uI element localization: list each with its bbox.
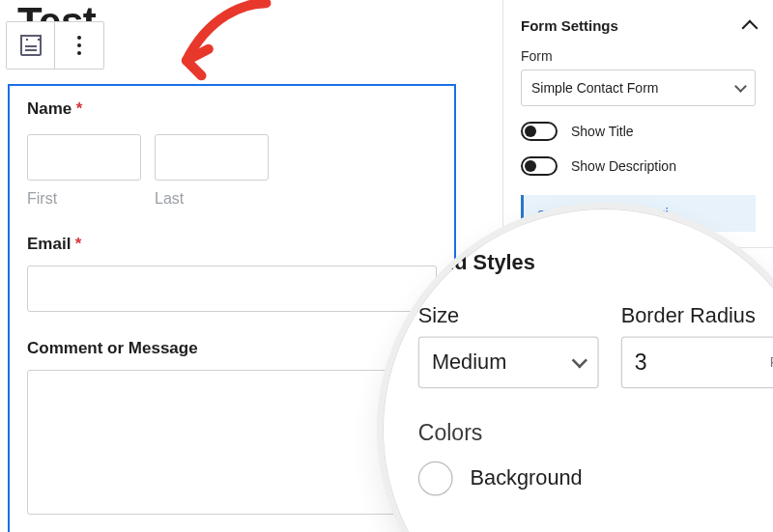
show-description-row: Show Description [521,156,756,176]
background-color-row[interactable]: Background [418,462,773,496]
background-color-label: Background [471,466,583,491]
show-title-toggle[interactable] [521,122,558,141]
size-select-value: Medium [432,350,506,375]
viewport: Test Name * First [0,0,773,532]
field-styles-header[interactable]: Field Styles [418,238,773,290]
show-description-label: Show Description [571,158,676,174]
last-name-input[interactable] [155,134,269,181]
form-settings-header[interactable]: Form Settings [521,8,756,42]
size-select[interactable]: Medium [418,336,599,388]
size-field: Size Medium [418,296,599,388]
email-field: Email * [27,235,437,312]
form-label: Form [521,48,756,64]
form-settings-title: Form Settings [521,17,618,34]
required-marker: * [76,99,83,118]
block-type-button[interactable] [7,22,55,69]
background-color-swatch[interactable] [418,462,453,496]
form-select-value: Simple Contact Form [531,80,658,96]
last-name-cell: Last [155,134,269,208]
email-label: Email [27,235,71,253]
name-field: Name * First Last [27,99,437,208]
form-select[interactable]: Simple Contact Form [521,70,756,106]
border-radius-label: Border Radius [621,304,773,329]
comment-input[interactable] [27,370,437,515]
email-input[interactable] [27,266,437,312]
border-radius-input[interactable]: 3 PX [621,336,773,388]
show-title-label: Show Title [571,124,634,139]
more-vertical-icon [77,43,81,47]
comment-label: Comment or Message [27,339,198,357]
show-title-row: Show Title [521,122,756,141]
first-name-cell: First [27,134,141,208]
block-toolbar [6,21,104,70]
comment-field: Comment or Message [27,339,437,515]
border-radius-field: Border Radius 3 PX [621,296,773,388]
block-more-button[interactable] [55,22,103,69]
border-radius-value: 3 [635,350,647,376]
last-name-sublabel: Last [155,190,269,208]
show-description-toggle[interactable] [521,156,558,176]
required-marker: * [75,235,82,253]
chevron-down-icon [734,80,747,93]
first-name-input[interactable] [27,134,141,181]
name-label: Name [27,99,72,118]
magnifier-contents: Field Styles Size Medium Border Radius [406,238,773,511]
chevron-up-icon [742,20,759,37]
size-label: Size [418,304,599,329]
first-name-sublabel: First [27,190,141,208]
colors-heading: Colors [418,420,773,446]
chevron-down-icon [572,352,587,368]
form-block-icon [20,35,42,56]
